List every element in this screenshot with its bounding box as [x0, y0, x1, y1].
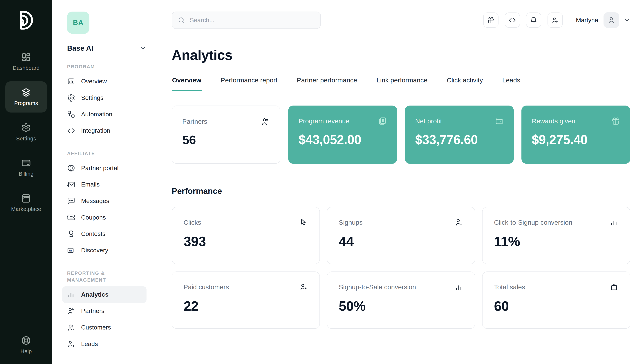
user-arrow-icon — [67, 340, 75, 348]
stat-value: $33,776.60 — [415, 132, 503, 147]
credit-card-icon — [21, 158, 31, 168]
search-icon — [178, 16, 185, 24]
sidebar-item-emails[interactable]: Emails — [67, 176, 146, 193]
life-buoy-icon — [21, 336, 31, 346]
stat-value: 50% — [339, 298, 463, 314]
user-name: Martyna — [576, 17, 598, 24]
workflow-icon — [67, 110, 75, 118]
gift-icon — [487, 16, 494, 24]
ai-discovery-icon — [67, 246, 75, 254]
sidebar-item-coupons[interactable]: Coupons — [67, 209, 146, 226]
notifications-button[interactable] — [526, 12, 541, 28]
sidebar-item-overview[interactable]: Overview — [67, 73, 146, 90]
invite-user-button[interactable] — [548, 12, 563, 28]
tab-performance-report[interactable]: Performance report — [220, 76, 278, 92]
stat-card-click-to-signup: Click-to-Signup conversion 11% — [482, 207, 630, 264]
sidebar-item-contests[interactable]: Contests — [67, 226, 146, 242]
code-icon — [67, 127, 75, 135]
search-box[interactable] — [172, 12, 321, 29]
sidebar-item-partner-portal[interactable]: Partner portal — [67, 160, 146, 176]
stat-card-rewards-given: Rewards given $9,275.40 — [522, 106, 630, 164]
main-content: Martyna Analytics Overview Performance r… — [156, 0, 634, 364]
stat-card-program-revenue: Program revenue $43,052.00 — [288, 106, 397, 164]
stat-value: 393 — [184, 234, 308, 249]
layers-icon — [21, 88, 31, 98]
performance-heading: Performance — [172, 186, 630, 196]
user-plus-icon — [454, 218, 463, 227]
rail-item-billing[interactable]: Billing — [5, 152, 47, 183]
rail-item-settings[interactable]: Settings — [5, 116, 47, 148]
report-icon — [67, 77, 75, 86]
tab-leads[interactable]: Leads — [502, 76, 520, 92]
user-icon — [607, 16, 616, 24]
cursor-icon — [299, 218, 308, 227]
sidebar-item-partners[interactable]: Partners — [67, 303, 146, 320]
sidebar-item-messages[interactable]: Messages — [67, 193, 146, 209]
rail-item-programs[interactable]: Programs — [5, 81, 47, 112]
avatar[interactable] — [604, 12, 619, 28]
sidebar-item-integration[interactable]: Integration — [67, 122, 146, 139]
primary-sidebar: Dashboard Programs Settings Billing Mark… — [0, 0, 52, 364]
rail-item-help[interactable]: Help — [5, 329, 47, 360]
section-label-reporting: REPORTING & MANAGEMENT — [67, 270, 129, 284]
stat-card-partners: Partners 56 — [172, 106, 280, 164]
wallet-icon — [495, 117, 504, 125]
sidebar-item-leads[interactable]: Leads — [67, 336, 146, 352]
user-star-icon — [299, 283, 308, 291]
stat-value: 44 — [339, 234, 463, 249]
workspace-switcher[interactable]: Base AI — [67, 44, 146, 52]
stat-value: 60 — [494, 298, 618, 314]
rail-item-marketplace[interactable]: Marketplace — [5, 187, 47, 218]
brand-logo-d-icon[interactable] — [14, 8, 38, 32]
bar-chart-icon — [610, 218, 618, 227]
sidebar-item-discovery[interactable]: Discovery — [67, 242, 146, 259]
tab-overview[interactable]: Overview — [172, 76, 202, 92]
search-input[interactable] — [190, 17, 314, 24]
rail-item-label: Settings — [16, 136, 36, 142]
gear-icon — [21, 123, 31, 133]
user-menu-toggle[interactable] — [624, 17, 630, 24]
section-label-affiliate: AFFILIATE — [67, 150, 146, 157]
sidebar-item-analytics[interactable]: Analytics — [62, 286, 147, 303]
workspace-name: Base AI — [67, 44, 93, 52]
gift-icon — [612, 117, 620, 125]
rail-item-label: Marketplace — [11, 206, 41, 212]
tab-link-performance[interactable]: Link performance — [376, 76, 428, 92]
gear-icon — [67, 94, 75, 102]
rail-item-label: Programs — [14, 100, 38, 106]
code-button[interactable] — [505, 12, 520, 28]
mail-icon — [67, 180, 75, 189]
app-root: Dashboard Programs Settings Billing Mark… — [0, 0, 634, 364]
primary-nav: Dashboard Programs Settings Billing Mark… — [0, 46, 52, 222]
shopping-bag-icon — [610, 283, 618, 291]
stat-card-net-profit: Net profit $33,776.60 — [405, 106, 514, 164]
user-plus-icon — [552, 16, 559, 24]
rewards-button[interactable] — [483, 12, 498, 28]
tab-click-activity[interactable]: Click activity — [446, 76, 484, 92]
workspace-badge[interactable]: BA — [67, 12, 89, 34]
secondary-sidebar: BA Base AI PROGRAM Overview Settings Aut… — [52, 0, 156, 364]
topbar-actions: Martyna — [477, 12, 630, 28]
tab-partner-performance[interactable]: Partner performance — [296, 76, 358, 92]
summary-cards: Partners 56 Program revenue $43,052.00 N… — [172, 106, 630, 164]
stat-value: 11% — [494, 234, 618, 249]
stat-value: 22 — [184, 298, 308, 314]
chevron-down-icon — [139, 44, 146, 52]
ticket-icon — [67, 213, 75, 222]
users-icon — [67, 324, 75, 332]
stat-card-signups: Signups 44 — [327, 207, 475, 264]
bar-chart-icon — [67, 290, 75, 299]
bar-chart-icon — [454, 283, 463, 291]
stat-card-signup-to-sale: Signup-to-Sale conversion 50% — [327, 272, 475, 329]
stat-card-total-sales: Total sales 60 — [482, 272, 630, 329]
sidebar-item-customers[interactable]: Customers — [67, 319, 146, 336]
storefront-icon — [21, 193, 31, 203]
chevron-down-icon — [624, 17, 630, 24]
sidebar-item-settings[interactable]: Settings — [67, 90, 146, 106]
stat-value: 56 — [182, 133, 270, 147]
rail-item-dashboard[interactable]: Dashboard — [5, 46, 47, 77]
page-title: Analytics — [172, 47, 630, 63]
sidebar-item-automation[interactable]: Automation — [67, 106, 146, 122]
rail-item-label: Dashboard — [13, 65, 40, 71]
stat-value: $43,052.00 — [298, 132, 387, 147]
